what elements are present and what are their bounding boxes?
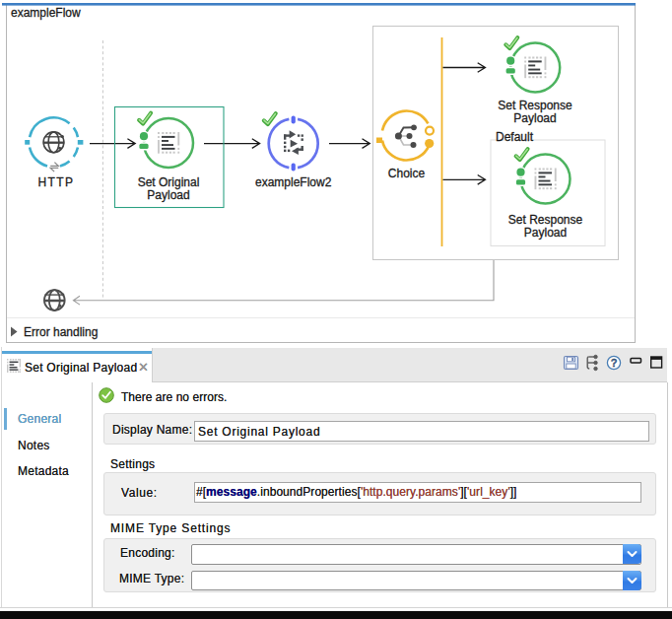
svg-text:exampleFlow: exampleFlow (11, 6, 81, 20)
svg-text:exampleFlow2: exampleFlow2 (255, 175, 332, 189)
svg-text:Set Original: Set Original (138, 175, 200, 189)
svg-text:Default: Default (496, 130, 534, 144)
svg-text:Error handling: Error handling (24, 325, 98, 339)
svg-text:Payload: Payload (524, 226, 567, 240)
svg-text:Payload: Payload (147, 188, 189, 202)
svg-text:Set Response: Set Response (498, 99, 572, 112)
svg-text:HTTP: HTTP (38, 175, 75, 189)
svg-text:Payload: Payload (513, 111, 556, 125)
svg-text:Set Response: Set Response (508, 213, 583, 227)
svg-text:Choice: Choice (388, 167, 426, 180)
svg-text:?: ? (611, 357, 618, 369)
